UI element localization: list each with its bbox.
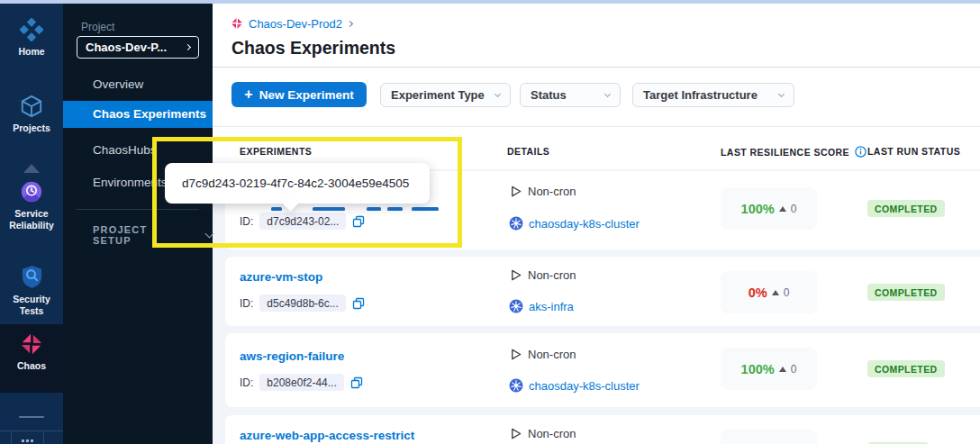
service-reliability-icon <box>20 180 43 204</box>
column-header-status: LAST RUN STATUS <box>867 146 960 157</box>
chevron-down-icon <box>604 90 611 96</box>
experiment-id: b208e0f2-44... <box>259 374 343 391</box>
project-selector-value: Chaos-Dev-P... <box>86 41 167 54</box>
experiment-id-row: ID: d7c9d243-02... <box>240 213 365 230</box>
infrastructure-detail: chaosday-k8s-cluster <box>509 378 640 393</box>
column-header-details: DETAILS <box>507 146 549 157</box>
obscured-experiment-link <box>313 207 345 211</box>
filter-target-infrastructure[interactable]: Target Infrastructure <box>632 83 794 107</box>
page-title: Chaos Experiments <box>231 38 395 59</box>
rail-item-label: Projects <box>13 122 50 134</box>
rail-item-service-reliability[interactable]: Service Reliability <box>0 180 63 231</box>
infrastructure-link[interactable]: chaosday-k8s-cluster <box>529 379 640 393</box>
rail-item-security-tests[interactable]: Security Tests <box>0 264 63 316</box>
sidebar-item-overview[interactable]: Overview <box>63 73 213 96</box>
rail-item-chaos[interactable]: Chaos <box>0 332 63 372</box>
experiment-id: d5c49d8b-6c... <box>259 294 345 312</box>
project-label: Project <box>81 21 114 33</box>
copy-icon[interactable] <box>350 376 363 389</box>
toolbar-divider <box>213 126 980 127</box>
delta-up-icon <box>779 367 786 372</box>
column-header-experiments: EXPERIMENTS <box>240 146 312 157</box>
obscured-experiment-link <box>412 207 439 211</box>
rail-item-label: Chaos <box>17 360 46 372</box>
sidebar-divider <box>77 209 199 210</box>
obscured-experiment-link <box>271 207 282 211</box>
kubernetes-icon <box>509 378 523 393</box>
infrastructure-detail: chaosday-k8s-cluster <box>509 216 640 231</box>
filter-status[interactable]: Status <box>520 83 621 107</box>
experiment-id: d7c9d243-02... <box>259 213 346 230</box>
status-badge: COMPLETED <box>867 200 945 217</box>
experiment-id-tooltip: d7c9d243-0219-4f7c-84c2-3004e59e4505 <box>165 163 430 204</box>
switcher-cell <box>44 431 63 444</box>
main-content: Chaos-Dev-Prod2 Chaos Experiments + New … <box>213 4 980 444</box>
module-grid-button[interactable] <box>12 431 44 444</box>
play-icon <box>509 268 522 282</box>
infrastructure-link[interactable]: chaosday-k8s-cluster <box>529 217 640 231</box>
rail-item-projects[interactable]: Projects <box>0 95 63 134</box>
info-icon[interactable] <box>855 146 867 158</box>
app-screen: Home Projects Service Reliability <box>0 0 980 444</box>
schedule-detail: Non-cron <box>509 348 576 361</box>
chaos-module-icon <box>231 17 243 30</box>
chevron-right-icon <box>185 44 191 50</box>
sidebar-item-chaoshubs[interactable]: ChaosHubs <box>63 139 213 162</box>
delta-up-icon <box>772 290 779 295</box>
project-selector[interactable]: Chaos-Dev-P... <box>77 36 199 59</box>
copy-icon[interactable] <box>352 297 365 310</box>
grid-icon <box>22 439 33 444</box>
projects-icon <box>20 95 43 118</box>
rail-item-label: Home <box>18 46 44 58</box>
experiment-row[interactable]: azure-web-app-access-restrict Non-cron <box>225 415 980 444</box>
switcher-cell <box>0 431 12 444</box>
experiment-name-link[interactable]: azure-vm-stop <box>240 270 322 284</box>
schedule-detail: Non-cron <box>509 427 576 440</box>
delta-up-icon <box>779 206 786 212</box>
experiment-id-tooltip-text: d7c9d243-0219-4f7c-84c2-3004e59e4505 <box>182 177 409 190</box>
infrastructure-link[interactable]: aks-infra <box>529 300 574 313</box>
kubernetes-icon <box>509 299 523 313</box>
scroll-up-icon[interactable] <box>23 164 40 173</box>
new-experiment-button[interactable]: + New Experiment <box>231 82 367 107</box>
chevron-right-icon <box>347 20 353 26</box>
play-icon <box>509 427 522 440</box>
copy-icon[interactable] <box>352 215 365 228</box>
project-setup-label: PROJECT SETUP <box>93 224 186 246</box>
obscured-experiment-link <box>387 207 403 211</box>
breadcrumb-project-link[interactable]: Chaos-Dev-Prod2 <box>249 17 342 31</box>
security-tests-icon <box>20 264 44 289</box>
play-icon <box>509 348 522 361</box>
sidebar-item-chaos-experiments[interactable]: Chaos Experiments <box>63 101 213 128</box>
experiment-row[interactable]: aws-region-failure ID: b208e0f2-44... No… <box>225 333 980 407</box>
rail-item-label: Security Tests <box>0 294 63 316</box>
header-divider <box>213 67 980 68</box>
resilience-score: 100% 0 <box>721 348 817 390</box>
status-badge: COMPLETED <box>867 360 945 377</box>
resilience-score <box>721 430 817 444</box>
rail-item-home[interactable]: Home <box>0 18 63 58</box>
resilience-score: 100% 0 <box>721 187 817 230</box>
project-sidebar: Project Chaos-Dev-P... Overview Chaos Ex… <box>63 4 213 444</box>
play-icon <box>509 185 522 198</box>
chevron-down-icon <box>495 90 501 96</box>
module-rail: Home Projects Service Reliability <box>0 4 63 444</box>
experiment-name-link[interactable]: azure-web-app-access-restrict <box>240 429 414 442</box>
experiments-list: ID: d7c9d243-02... Non-cron <box>213 169 980 444</box>
breadcrumb: Chaos-Dev-Prod2 <box>231 16 352 31</box>
experiment-row[interactable]: azure-vm-stop ID: d5c49d8b-6c... Non-cro… <box>225 257 980 326</box>
home-icon <box>20 18 43 41</box>
obscured-experiment-link <box>367 207 381 211</box>
chaos-icon <box>20 332 43 356</box>
infrastructure-detail: aks-infra <box>509 299 574 313</box>
module-switcher-bar <box>0 430 63 444</box>
column-header-score: LAST RESILIENCE SCORE <box>721 146 867 158</box>
rail-divider <box>19 416 44 418</box>
rail-item-label: Service Reliability <box>4 208 59 231</box>
experiment-name-link[interactable]: aws-region-failure <box>240 349 344 363</box>
filter-experiment-type[interactable]: Experiment Type <box>380 83 511 107</box>
project-setup-toggle[interactable]: PROJECT SETUP <box>93 224 213 246</box>
browser-focus-strip <box>0 0 980 4</box>
kubernetes-icon <box>509 216 523 231</box>
chevron-down-icon <box>778 90 785 96</box>
